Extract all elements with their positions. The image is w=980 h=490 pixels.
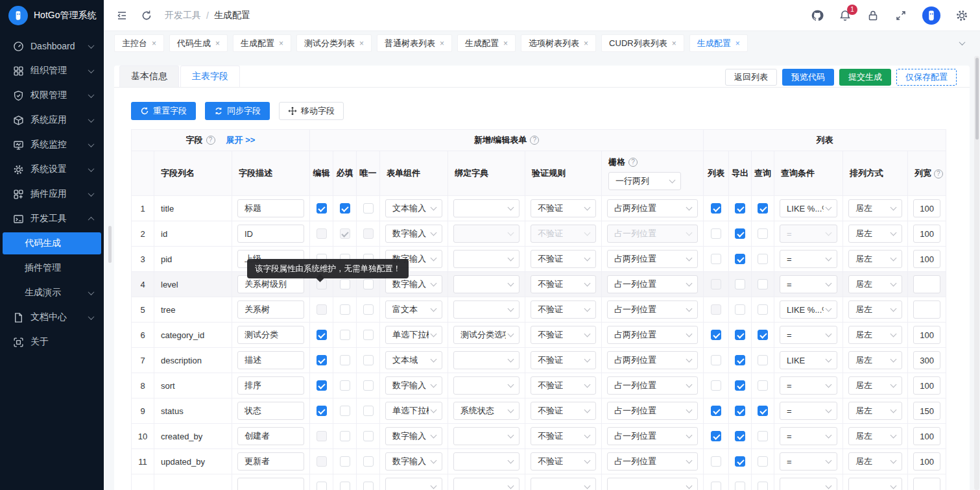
validation-rule-select[interactable]: 不验证 — [531, 427, 596, 445]
breadcrumb-page[interactable]: 生成配置 — [214, 10, 250, 21]
required-checkbox[interactable] — [340, 355, 350, 365]
edit-checkbox[interactable] — [317, 482, 327, 490]
help-icon[interactable]: ? — [530, 136, 539, 145]
column-width-input[interactable]: 100 — [913, 225, 940, 243]
required-checkbox[interactable] — [340, 279, 350, 289]
list-checkbox[interactable] — [711, 279, 721, 289]
grid-position-select[interactable]: 占一列位置 — [607, 376, 698, 395]
card-tab-main-fields[interactable]: 主表字段 — [180, 66, 240, 87]
form-component-select[interactable]: 数字输入 — [385, 376, 442, 395]
grid-position-select[interactable]: 占一列位置 — [607, 225, 698, 243]
edit-checkbox[interactable] — [317, 228, 327, 239]
form-component-select[interactable]: 文本域 — [385, 351, 442, 369]
lock-screen-icon[interactable] — [866, 9, 879, 22]
page-tab-6[interactable]: 选项树表列表× — [521, 34, 596, 52]
grid-position-select[interactable]: 占一列位置 — [607, 300, 698, 319]
grid-position-select[interactable]: 占两列位置 — [607, 250, 698, 268]
align-select[interactable]: 居左 — [848, 351, 902, 369]
query-checkbox[interactable] — [758, 482, 768, 490]
query-checkbox[interactable] — [758, 456, 768, 467]
export-checkbox[interactable] — [735, 380, 745, 391]
form-component-select[interactable]: 数字输入 — [385, 452, 442, 471]
sidebar-item-addons[interactable]: 插件应用 — [3, 183, 101, 205]
page-tab-4[interactable]: 普通树表列表× — [377, 34, 452, 52]
field-desc-input[interactable]: 标题 — [237, 199, 304, 217]
query-condition-select[interactable]: LIKE %...% — [780, 199, 837, 217]
required-checkbox[interactable] — [340, 304, 350, 315]
dict-binding-select[interactable] — [453, 427, 520, 445]
tab-close-icon[interactable]: × — [735, 39, 740, 48]
page-tab-3[interactable]: 测试分类列表× — [296, 34, 372, 52]
edit-checkbox[interactable] — [317, 380, 327, 391]
list-checkbox[interactable] — [711, 380, 721, 391]
list-checkbox[interactable] — [711, 456, 721, 467]
list-checkbox[interactable] — [711, 228, 721, 239]
validation-rule-select[interactable]: 不验证 — [531, 300, 596, 319]
list-checkbox[interactable] — [711, 482, 721, 490]
query-checkbox[interactable] — [758, 380, 768, 391]
align-select[interactable]: 居左 — [848, 199, 902, 217]
query-condition-select[interactable]: = — [780, 250, 837, 268]
unique-checkbox[interactable] — [363, 380, 374, 391]
dict-binding-select[interactable]: 测试分类选项 — [453, 326, 520, 344]
query-condition-select[interactable]: LIKE — [780, 351, 837, 369]
validation-rule-select[interactable]: 不验证 — [531, 199, 596, 217]
form-component-select[interactable] — [385, 478, 442, 490]
list-checkbox[interactable] — [711, 431, 721, 441]
query-checkbox[interactable] — [758, 431, 768, 441]
dict-binding-select[interactable] — [453, 452, 520, 471]
form-component-select[interactable]: 富文本 — [385, 300, 442, 319]
validation-rule-select[interactable]: 不验证 — [531, 275, 596, 293]
field-desc-input[interactable]: ID — [237, 225, 304, 243]
validation-rule-select[interactable]: 不验证 — [531, 376, 596, 395]
dict-binding-select[interactable] — [453, 351, 520, 369]
field-desc-input[interactable]: 状态 — [237, 402, 304, 420]
preview-code-button[interactable]: 预览代码 — [782, 69, 834, 86]
github-icon[interactable] — [811, 9, 824, 22]
query-checkbox[interactable] — [758, 279, 768, 289]
tab-close-icon[interactable]: × — [672, 39, 676, 48]
required-checkbox[interactable] — [340, 203, 350, 214]
validation-rule-select[interactable]: 不验证 — [531, 402, 596, 420]
validation-rule-select[interactable]: 不验证 — [531, 452, 596, 471]
page-tab-5[interactable]: 生成配置× — [457, 34, 516, 52]
query-checkbox[interactable] — [758, 254, 768, 264]
form-component-select[interactable]: 单选下拉框 — [385, 402, 442, 420]
breadcrumb-section[interactable]: 开发工具 — [165, 10, 201, 21]
sidebar-item-auth[interactable]: 权限管理 — [3, 84, 101, 106]
query-condition-select[interactable]: = — [780, 402, 837, 420]
sidebar-item-system-monitor[interactable]: 系统监控 — [3, 134, 101, 156]
sidebar-item-code-gen[interactable]: 代码生成 — [3, 232, 101, 254]
sidebar-item-dashboard[interactable]: Dashboard — [3, 35, 101, 57]
query-condition-select[interactable]: = — [780, 452, 837, 471]
column-width-input[interactable]: 150 — [913, 402, 940, 420]
tab-close-icon[interactable]: × — [584, 39, 588, 48]
query-checkbox[interactable] — [758, 304, 768, 315]
query-condition-select[interactable]: = — [780, 275, 837, 293]
unique-checkbox[interactable] — [363, 456, 374, 467]
help-icon[interactable]: ? — [206, 136, 215, 145]
export-checkbox[interactable] — [735, 431, 745, 441]
vertical-scrollbar-thumb[interactable] — [975, 58, 979, 140]
sidebar-item-gen-demo[interactable]: 生成演示 — [3, 282, 101, 304]
align-select[interactable]: 居左 — [848, 452, 902, 471]
tab-close-icon[interactable]: × — [279, 39, 283, 48]
unique-checkbox[interactable] — [363, 330, 374, 340]
column-width-input[interactable]: 100 — [913, 376, 940, 395]
column-width-input[interactable]: 300 — [913, 351, 940, 369]
reset-fields-button[interactable]: 重置字段 — [131, 102, 196, 120]
align-select[interactable] — [848, 478, 902, 490]
settings-gear-icon[interactable] — [955, 9, 968, 22]
export-checkbox[interactable] — [735, 456, 745, 467]
sidebar-item-devtools[interactable]: 开发工具 — [3, 208, 101, 230]
field-desc-input[interactable]: 描述 — [237, 351, 304, 369]
edit-checkbox[interactable] — [317, 330, 327, 340]
required-checkbox[interactable] — [340, 406, 350, 416]
form-component-select[interactable]: 单选下拉框 — [385, 326, 442, 344]
page-tab-2[interactable]: 生成配置× — [233, 34, 291, 52]
sidebar-item-system-settings[interactable]: 系统设置 — [3, 158, 101, 180]
field-desc-input[interactable] — [237, 478, 304, 490]
grid-position-select[interactable]: 占一列位置 — [607, 427, 698, 445]
column-width-input[interactable] — [913, 300, 940, 319]
query-checkbox[interactable] — [758, 228, 768, 239]
